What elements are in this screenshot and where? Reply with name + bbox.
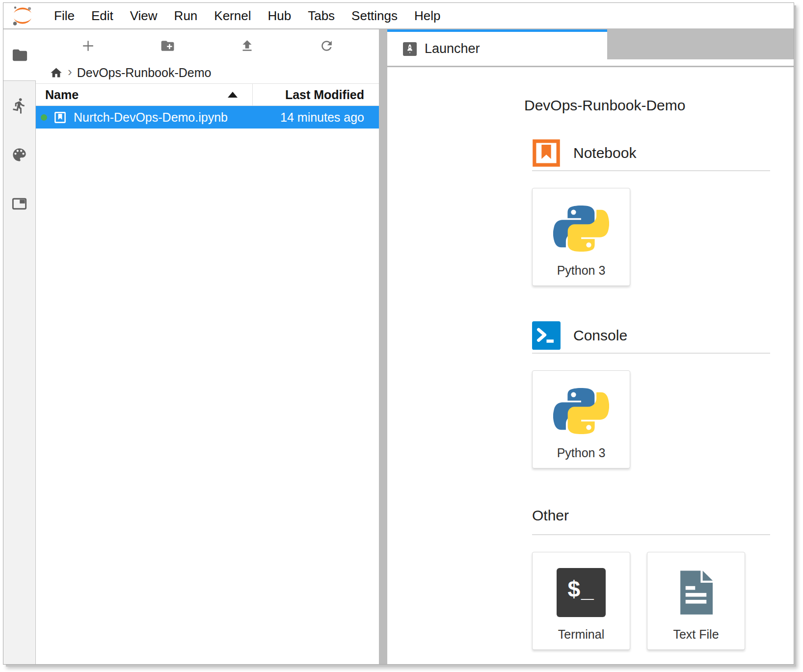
launcher-section-other: Other $_ Terminal xyxy=(532,506,770,650)
new-launcher-button[interactable] xyxy=(78,35,99,56)
jupyter-logo xyxy=(10,5,35,26)
section-other-label: Other xyxy=(532,506,569,525)
menubar: File Edit View Run Kernel Hub Tabs Setti… xyxy=(3,3,794,29)
section-divider xyxy=(532,534,770,535)
new-folder-icon xyxy=(160,38,175,53)
kernel-running-dot xyxy=(41,114,47,121)
card-label: Terminal xyxy=(533,627,630,642)
section-console-label: Console xyxy=(573,326,627,345)
sidebar-item-open-tabs[interactable] xyxy=(3,179,35,228)
left-sidebar xyxy=(3,29,36,664)
palette-icon xyxy=(11,146,28,163)
console-icon xyxy=(532,321,561,350)
column-name-label: Name xyxy=(45,88,79,102)
sidebar-item-file-browser[interactable] xyxy=(3,29,36,81)
panel-splitter[interactable] xyxy=(379,29,387,664)
python-logo-icon xyxy=(553,201,609,257)
launcher-card-notebook-python3[interactable]: Python 3 xyxy=(532,188,630,286)
file-last-modified: 14 minutes ago xyxy=(280,110,379,125)
sidebar-item-command-palette[interactable] xyxy=(3,130,35,179)
folder-icon xyxy=(11,47,28,64)
file-browser-toolbar xyxy=(36,29,379,62)
card-label: Text File xyxy=(647,627,745,642)
home-icon[interactable] xyxy=(50,66,63,79)
menu-item-tabs[interactable]: Tabs xyxy=(299,3,343,28)
menu-item-help[interactable]: Help xyxy=(406,3,449,28)
terminal-prompt-glyph: $_ xyxy=(567,578,594,600)
notebook-icon xyxy=(532,139,561,167)
launcher-card-console-python3[interactable]: Python 3 xyxy=(532,370,630,468)
menu-item-hub[interactable]: Hub xyxy=(259,3,299,28)
terminal-icon: $_ xyxy=(557,568,606,617)
launcher-card-terminal[interactable]: $_ Terminal xyxy=(532,552,630,650)
launcher-section-console: Console xyxy=(532,321,770,468)
breadcrumb: › DevOps-Runbook-Demo xyxy=(36,62,379,83)
sort-ascending-caret-icon xyxy=(228,92,238,98)
card-label: Python 3 xyxy=(533,263,630,278)
section-divider xyxy=(532,170,770,171)
new-folder-button[interactable] xyxy=(157,35,179,56)
refresh-icon xyxy=(319,38,334,53)
card-label: Python 3 xyxy=(533,446,630,460)
launcher-cwd-title: DevOps-Runbook-Demo xyxy=(524,96,794,115)
python-logo-icon xyxy=(553,383,609,439)
launcher-rocket-icon xyxy=(403,42,417,56)
tab-launcher[interactable]: Launcher xyxy=(387,29,607,66)
menu-item-file[interactable]: File xyxy=(46,3,83,28)
menu-item-settings[interactable]: Settings xyxy=(343,3,406,28)
column-modified-label: Last Modified xyxy=(285,88,364,102)
launcher-card-text-file[interactable]: Text File xyxy=(647,552,745,650)
launcher-section-notebook: Notebook xyxy=(532,139,770,286)
menu-item-kernel[interactable]: Kernel xyxy=(206,3,259,28)
launcher-panel: DevOps-Runbook-Demo Notebook xyxy=(387,66,794,664)
notebook-file-icon xyxy=(54,111,67,124)
file-list-header: Name Last Modified xyxy=(36,83,379,106)
tab-launcher-label: Launcher xyxy=(425,41,480,56)
new-launcher-plus-icon xyxy=(80,38,96,53)
running-man-icon xyxy=(11,97,28,114)
sidebar-item-running-sessions[interactable] xyxy=(3,81,35,130)
main-dock-panel: Launcher DevOps-Runbook-Demo Notebook xyxy=(387,29,794,664)
dock-tab-bar: Launcher xyxy=(387,29,794,66)
upload-icon xyxy=(240,38,255,53)
menu-item-run[interactable]: Run xyxy=(166,3,206,28)
column-header-name[interactable]: Name xyxy=(36,84,253,105)
section-divider xyxy=(532,353,770,354)
breadcrumb-separator: › xyxy=(68,64,72,79)
section-notebook-label: Notebook xyxy=(573,143,636,163)
text-file-icon xyxy=(671,568,721,618)
file-row-selected[interactable]: Nurtch-DevOps-Demo.ipynb 14 minutes ago xyxy=(36,106,379,129)
breadcrumb-current-folder[interactable]: DevOps-Runbook-Demo xyxy=(77,66,212,80)
menu-item-edit[interactable]: Edit xyxy=(83,3,122,28)
file-name: Nurtch-DevOps-Demo.ipynb xyxy=(74,110,228,125)
upload-button[interactable] xyxy=(236,35,258,56)
refresh-button[interactable] xyxy=(316,35,337,56)
column-header-last-modified[interactable]: Last Modified xyxy=(253,88,379,102)
app-body: › DevOps-Runbook-Demo Name Last Modified xyxy=(3,29,794,664)
tabs-icon xyxy=(11,195,28,212)
file-browser-panel: › DevOps-Runbook-Demo Name Last Modified xyxy=(36,29,379,664)
jupyterlab-window: File Edit View Run Kernel Hub Tabs Setti… xyxy=(3,2,794,665)
menu-item-view[interactable]: View xyxy=(122,3,166,28)
